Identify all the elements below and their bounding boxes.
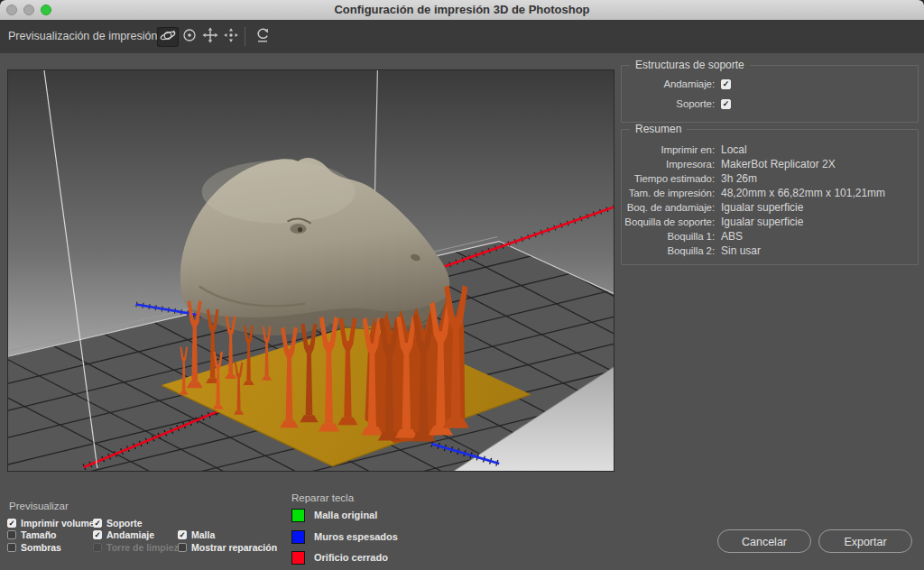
closed-hole-swatch: [291, 551, 305, 565]
preview-option-show-repair[interactable]: Mostrar reparación: [178, 541, 277, 554]
preview-option-print-volume[interactable]: ✓ Imprimir volumen: [7, 517, 100, 529]
preview-option-wipe-tower: Torre de limpieza: [93, 541, 184, 554]
preview-options-title: Previsualizar: [9, 501, 69, 511]
preview-option-shadows[interactable]: Sombras: [7, 541, 100, 554]
roll-3d-camera-tool[interactable]: [179, 27, 200, 47]
pan-3d-camera-tool[interactable]: [199, 27, 221, 47]
legend-item-closed-hole: Orificio cerrado: [291, 550, 388, 565]
legend-item-original-mesh: Malla original: [291, 508, 377, 522]
support-group-title: Estructuras de soporte: [630, 59, 750, 71]
slide-camera-icon: [222, 26, 240, 48]
toolbar: Previsualización de impresión 3D: [0, 20, 924, 53]
size-checkbox[interactable]: [7, 530, 16, 539]
orbit-3d-camera-tool[interactable]: [157, 27, 179, 47]
pan-camera-icon: [201, 26, 219, 48]
window-title: Configuración de impresión 3D de Photosh…: [0, 0, 924, 20]
summary-label: Boquilla de soporte:: [622, 216, 715, 227]
summary-label: Imprimir en:: [622, 144, 715, 155]
summary-label: Impresora:: [622, 159, 715, 170]
scaffolding-checkbox[interactable]: ✓: [721, 79, 731, 89]
summary-value: Igualar superficie: [721, 216, 803, 228]
summary-value: 3h 26m: [721, 172, 757, 185]
summary-label: Boquilla 2:: [622, 245, 715, 256]
thickened-walls-swatch: [291, 530, 305, 544]
mesh-checkbox[interactable]: ✓: [178, 530, 187, 539]
preview-options-column-2: ✓ Soporte ✓ Andamiaje Torre de limpieza: [93, 517, 184, 554]
summary-value: Igualar superficie: [721, 201, 803, 214]
toolbar-separator: [245, 27, 245, 46]
preview-options-column-3: ✓ Malla Mostrar reparación: [178, 529, 277, 554]
preview-option-support[interactable]: ✓ Soporte: [93, 517, 184, 529]
print-volume-checkbox[interactable]: ✓: [7, 519, 16, 528]
summary-value: Local: [721, 143, 747, 156]
reset-camera-tool[interactable]: [252, 27, 273, 47]
3d-preview-scene: [8, 70, 614, 471]
summary-label: Tam. de impresión:: [622, 188, 715, 198]
toolbar-label: Previsualización de impresión 3D: [8, 20, 175, 53]
reset-camera-icon: [254, 26, 272, 48]
summary-group-title: Resumen: [630, 123, 687, 135]
cancel-button[interactable]: Cancelar: [717, 529, 811, 553]
scaffolding-label: Andamiaje:: [622, 78, 715, 89]
summary-value: ABS: [721, 230, 743, 243]
summary-label: Boquilla 1:: [622, 231, 715, 242]
repair-legend-title: Reparar tecla: [291, 492, 354, 503]
3d-preview-viewport[interactable]: [7, 69, 614, 472]
titlebar: Configuración de impresión 3D de Photosh…: [0, 0, 924, 21]
summary-label: Boq. de andamiaje:: [622, 202, 715, 213]
summary-value: MakerBot Replicator 2X: [721, 158, 836, 170]
legend-item-thickened-walls: Muros espesados: [291, 529, 398, 544]
scaffolding-preview-checkbox[interactable]: ✓: [93, 530, 102, 539]
preview-option-mesh[interactable]: ✓ Malla: [178, 529, 277, 542]
support-checkbox[interactable]: ✓: [721, 99, 731, 109]
slide-3d-camera-tool[interactable]: [220, 27, 242, 47]
summary-label: Tiempo estimado:: [622, 173, 715, 184]
preview-option-scaffolding[interactable]: ✓ Andamiaje: [93, 529, 184, 542]
roll-camera-icon: [180, 26, 199, 48]
wipe-tower-checkbox: [93, 543, 102, 552]
export-button[interactable]: Exportar: [818, 529, 912, 553]
summary-group: Resumen Imprimir en: Local Impresora: Ma…: [621, 129, 919, 265]
preview-options-column-1: ✓ Imprimir volumen Tamaño Sombras: [7, 517, 100, 554]
show-repair-checkbox[interactable]: [178, 543, 187, 552]
support-label: Soporte:: [622, 98, 715, 109]
support-structures-group: Estructuras de soporte Andamiaje: ✓ Sopo…: [621, 65, 919, 123]
summary-value: 48,20mm x 66,82mm x 101,21mm: [721, 187, 885, 199]
support-preview-checkbox[interactable]: ✓: [93, 519, 102, 528]
shadows-checkbox[interactable]: [7, 543, 16, 552]
original-mesh-swatch: [291, 509, 305, 522]
summary-value: Sin usar: [721, 244, 761, 257]
photoshop-3d-print-settings-window: Configuración de impresión 3D de Photosh…: [0, 0, 924, 570]
preview-option-size[interactable]: Tamaño: [7, 529, 100, 542]
orbit-camera-icon: [159, 26, 177, 48]
